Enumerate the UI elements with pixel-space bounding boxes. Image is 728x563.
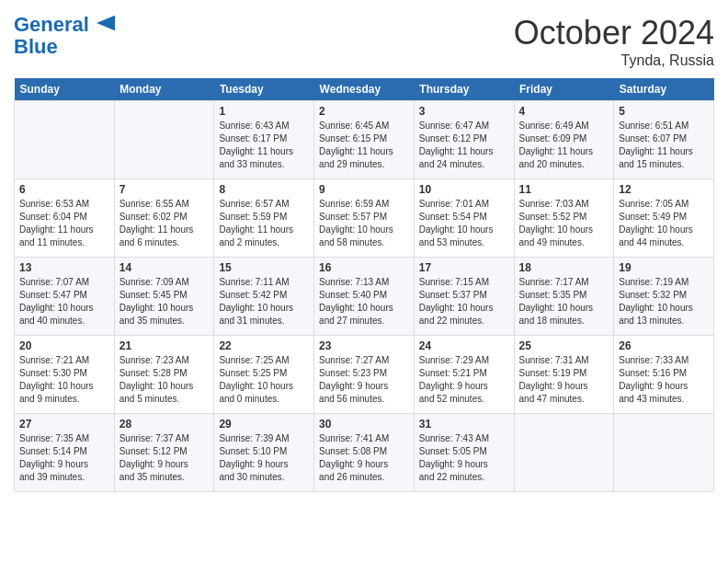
day-number: 15: [219, 261, 309, 274]
week-row-3: 13Sunrise: 7:07 AM Sunset: 5:47 PM Dayli…: [15, 258, 714, 336]
day-info: Sunrise: 7:21 AM Sunset: 5:30 PM Dayligh…: [19, 354, 109, 406]
logo-arrow-icon: [97, 15, 115, 31]
day-info: Sunrise: 7:25 AM Sunset: 5:25 PM Dayligh…: [219, 354, 309, 406]
header-row: Sunday Monday Tuesday Wednesday Thursday…: [15, 78, 714, 101]
day-cell: 9Sunrise: 6:59 AM Sunset: 5:57 PM Daylig…: [314, 179, 415, 258]
day-cell: 7Sunrise: 6:55 AM Sunset: 6:02 PM Daylig…: [114, 179, 214, 258]
page-header: General Blue October 2024 Tynda, Russia: [14, 14, 714, 69]
day-info: Sunrise: 6:51 AM Sunset: 6:07 PM Dayligh…: [619, 120, 709, 171]
day-info: Sunrise: 6:43 AM Sunset: 6:17 PM Dayligh…: [219, 120, 309, 171]
day-number: 12: [619, 183, 709, 196]
day-info: Sunrise: 6:59 AM Sunset: 5:57 PM Dayligh…: [319, 198, 409, 249]
day-number: 24: [419, 339, 509, 352]
day-info: Sunrise: 6:49 AM Sunset: 6:09 PM Dayligh…: [519, 120, 609, 171]
day-number: 5: [619, 105, 709, 118]
day-number: 3: [419, 105, 509, 118]
day-cell: 28Sunrise: 7:37 AM Sunset: 5:12 PM Dayli…: [114, 414, 214, 492]
day-cell: 4Sunrise: 6:49 AM Sunset: 6:09 PM Daylig…: [514, 101, 614, 179]
day-info: Sunrise: 7:05 AM Sunset: 5:49 PM Dayligh…: [619, 198, 709, 249]
day-cell: 15Sunrise: 7:11 AM Sunset: 5:42 PM Dayli…: [214, 258, 314, 336]
day-cell: 21Sunrise: 7:23 AM Sunset: 5:28 PM Dayli…: [114, 336, 214, 414]
day-cell: 24Sunrise: 7:29 AM Sunset: 5:21 PM Dayli…: [414, 336, 514, 414]
day-info: Sunrise: 7:15 AM Sunset: 5:37 PM Dayligh…: [419, 276, 509, 327]
day-info: Sunrise: 7:29 AM Sunset: 5:21 PM Dayligh…: [419, 354, 509, 406]
day-info: Sunrise: 7:13 AM Sunset: 5:40 PM Dayligh…: [319, 276, 409, 327]
day-number: 28: [119, 418, 210, 431]
day-number: 31: [419, 418, 509, 431]
week-row-4: 20Sunrise: 7:21 AM Sunset: 5:30 PM Dayli…: [15, 336, 714, 414]
week-row-5: 27Sunrise: 7:35 AM Sunset: 5:14 PM Dayli…: [15, 414, 714, 492]
day-number: 17: [419, 261, 509, 274]
day-cell: 14Sunrise: 7:09 AM Sunset: 5:45 PM Dayli…: [114, 258, 214, 336]
day-number: 6: [19, 183, 109, 196]
day-cell: 10Sunrise: 7:01 AM Sunset: 5:54 PM Dayli…: [414, 179, 514, 258]
day-number: 26: [619, 339, 709, 352]
day-info: Sunrise: 6:45 AM Sunset: 6:15 PM Dayligh…: [319, 120, 409, 171]
day-info: Sunrise: 7:37 AM Sunset: 5:12 PM Dayligh…: [119, 432, 210, 484]
day-info: Sunrise: 7:43 AM Sunset: 5:05 PM Dayligh…: [419, 432, 509, 484]
day-info: Sunrise: 7:07 AM Sunset: 5:47 PM Dayligh…: [19, 276, 109, 327]
day-number: 2: [319, 105, 409, 118]
day-number: 7: [119, 183, 210, 196]
day-info: Sunrise: 7:27 AM Sunset: 5:23 PM Dayligh…: [319, 354, 409, 406]
day-cell: 17Sunrise: 7:15 AM Sunset: 5:37 PM Dayli…: [414, 258, 514, 336]
day-cell: 13Sunrise: 7:07 AM Sunset: 5:47 PM Dayli…: [15, 258, 115, 336]
day-info: Sunrise: 7:35 AM Sunset: 5:14 PM Dayligh…: [19, 432, 109, 484]
day-number: 13: [19, 261, 109, 274]
month-title: October 2024: [514, 14, 714, 52]
header-saturday: Saturday: [614, 78, 714, 101]
header-monday: Monday: [114, 78, 214, 101]
header-sunday: Sunday: [15, 78, 115, 101]
day-number: 22: [219, 339, 309, 352]
day-cell: 5Sunrise: 6:51 AM Sunset: 6:07 PM Daylig…: [614, 101, 714, 179]
day-info: Sunrise: 6:47 AM Sunset: 6:12 PM Dayligh…: [419, 120, 509, 171]
day-info: Sunrise: 6:53 AM Sunset: 6:04 PM Dayligh…: [19, 198, 109, 249]
day-info: Sunrise: 7:11 AM Sunset: 5:42 PM Dayligh…: [219, 276, 309, 327]
week-row-2: 6Sunrise: 6:53 AM Sunset: 6:04 PM Daylig…: [15, 179, 714, 258]
day-cell: 18Sunrise: 7:17 AM Sunset: 5:35 PM Dayli…: [514, 258, 614, 336]
day-number: 21: [119, 339, 210, 352]
header-tuesday: Tuesday: [214, 78, 314, 101]
day-cell: 23Sunrise: 7:27 AM Sunset: 5:23 PM Dayli…: [314, 336, 415, 414]
day-cell: 1Sunrise: 6:43 AM Sunset: 6:17 PM Daylig…: [214, 101, 314, 179]
logo-general: General: [14, 13, 89, 36]
day-cell: [514, 414, 614, 492]
svg-marker-0: [97, 16, 115, 31]
day-info: Sunrise: 7:01 AM Sunset: 5:54 PM Dayligh…: [419, 198, 509, 249]
day-info: Sunrise: 6:57 AM Sunset: 5:59 PM Dayligh…: [219, 198, 309, 249]
week-row-1: 1Sunrise: 6:43 AM Sunset: 6:17 PM Daylig…: [15, 101, 714, 179]
day-cell: 22Sunrise: 7:25 AM Sunset: 5:25 PM Dayli…: [214, 336, 314, 414]
day-cell: 20Sunrise: 7:21 AM Sunset: 5:30 PM Dayli…: [15, 336, 115, 414]
day-cell: 2Sunrise: 6:45 AM Sunset: 6:15 PM Daylig…: [314, 101, 415, 179]
day-number: 18: [519, 261, 609, 274]
day-cell: 11Sunrise: 7:03 AM Sunset: 5:52 PM Dayli…: [514, 179, 614, 258]
logo: General Blue: [14, 14, 115, 58]
day-cell: 3Sunrise: 6:47 AM Sunset: 6:12 PM Daylig…: [414, 101, 514, 179]
day-number: 23: [319, 339, 409, 352]
title-area: October 2024 Tynda, Russia: [514, 14, 714, 69]
day-info: Sunrise: 7:33 AM Sunset: 5:16 PM Dayligh…: [619, 354, 709, 406]
day-number: 30: [319, 418, 409, 431]
day-cell: 16Sunrise: 7:13 AM Sunset: 5:40 PM Dayli…: [314, 258, 415, 336]
day-number: 19: [619, 261, 709, 274]
header-wednesday: Wednesday: [314, 78, 415, 101]
logo-blue: Blue: [14, 35, 58, 58]
logo-text: General Blue: [14, 14, 115, 58]
day-info: Sunrise: 7:23 AM Sunset: 5:28 PM Dayligh…: [119, 354, 210, 406]
day-number: 1: [219, 105, 309, 118]
day-cell: [15, 101, 115, 179]
day-number: 27: [19, 418, 109, 431]
calendar-table: Sunday Monday Tuesday Wednesday Thursday…: [14, 78, 714, 492]
day-cell: 30Sunrise: 7:41 AM Sunset: 5:08 PM Dayli…: [314, 414, 415, 492]
day-cell: 6Sunrise: 6:53 AM Sunset: 6:04 PM Daylig…: [15, 179, 115, 258]
day-number: 25: [519, 339, 609, 352]
day-number: 4: [519, 105, 609, 118]
day-info: Sunrise: 7:09 AM Sunset: 5:45 PM Dayligh…: [119, 276, 210, 327]
day-number: 20: [19, 339, 109, 352]
day-number: 11: [519, 183, 609, 196]
day-cell: 12Sunrise: 7:05 AM Sunset: 5:49 PM Dayli…: [614, 179, 714, 258]
day-info: Sunrise: 7:31 AM Sunset: 5:19 PM Dayligh…: [519, 354, 609, 406]
day-number: 8: [219, 183, 309, 196]
day-info: Sunrise: 7:39 AM Sunset: 5:10 PM Dayligh…: [219, 432, 309, 484]
day-number: 16: [319, 261, 409, 274]
